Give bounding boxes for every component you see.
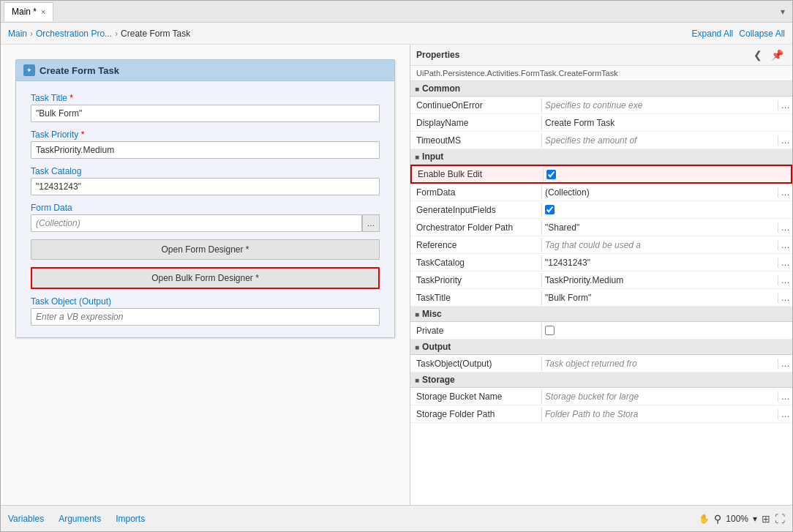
task-catalog-label: Task Catalog <box>31 166 380 176</box>
form-data-field: Form Data … <box>31 203 380 232</box>
task-title-input[interactable] <box>31 105 380 122</box>
prop-row-tasktitle: TaskTitle "Bulk Form" … <box>410 289 792 307</box>
bottom-bar: Variables Arguments Imports ✋ ⚲ 100% ▾ ⊞… <box>1 505 792 531</box>
enablebulkedit-checkbox[interactable] <box>546 170 556 179</box>
hand-icon[interactable]: ✋ <box>699 514 710 524</box>
tab-close-button[interactable]: × <box>41 7 45 16</box>
prop-row-taskobject: TaskObject(Output) Task object returned … <box>410 355 792 372</box>
prop-ellipsis-taskpriority[interactable]: … <box>778 275 792 285</box>
open-form-designer-button[interactable]: Open Form Designer * <box>31 239 380 260</box>
breadcrumb-main[interactable]: Main <box>8 29 27 39</box>
properties-header: Properties ❮ 📌 <box>410 45 792 66</box>
misc-section-header[interactable]: ■ Misc <box>410 307 792 322</box>
input-expand-icon: ■ <box>415 153 419 161</box>
prop-ellipsis-reference[interactable]: … <box>778 240 792 250</box>
prop-ellipsis-taskcatalog[interactable]: … <box>778 258 792 268</box>
properties-panel: Properties ❮ 📌 UiPath.Persistence.Activi… <box>410 45 792 505</box>
prop-value-tasktitle: "Bulk Form" <box>542 290 778 306</box>
collapse-all-button[interactable]: Collapse All <box>739 29 785 39</box>
breadcrumb-sep-2: › <box>115 29 118 39</box>
prop-value-storagefolderpath: Folder Path to the Stora <box>542 406 778 422</box>
prop-name-generateinputfields: GenerateInputFields <box>410 203 542 217</box>
prop-value-formdata: (Collection) <box>542 184 778 201</box>
private-checkbox[interactable] <box>545 326 555 335</box>
prop-value-reference: Tag that could be used a <box>542 237 778 253</box>
prop-value-orchfolderpath: "Shared" <box>542 220 778 236</box>
prop-ellipsis-storagefolderpath[interactable]: … <box>778 409 792 419</box>
activity-icon: ✦ <box>23 64 35 76</box>
task-object-input[interactable] <box>31 308 380 326</box>
breadcrumb-orchestration[interactable]: Orchestration Pro... <box>36 29 112 39</box>
generateinputfields-checkbox[interactable] <box>545 205 555 214</box>
common-section-header[interactable]: ■ Common <box>410 81 792 97</box>
prop-row-formdata: FormData (Collection) … <box>410 184 792 201</box>
prop-ellipsis-storagebucketname[interactable]: … <box>778 391 792 402</box>
prop-row-reference: Reference Tag that could be used a … <box>410 236 792 254</box>
imports-link[interactable]: Imports <box>116 514 145 524</box>
storage-section-label: Storage <box>422 375 455 385</box>
prop-row-taskcatalog: TaskCatalog "12431243" … <box>410 254 792 271</box>
prop-name-private: Private <box>410 323 542 338</box>
prop-value-timeoutms: Specifies the amount of <box>542 132 778 149</box>
misc-section-label: Misc <box>422 309 442 319</box>
activity-card: ✦ Create Form Task Task Title Task Prior… <box>15 59 395 338</box>
variables-link[interactable]: Variables <box>8 514 44 524</box>
prop-ellipsis-tasktitle[interactable]: … <box>778 293 792 303</box>
prop-value-taskpriority: TaskPriority.Medium <box>542 272 778 288</box>
task-priority-label: Task Priority <box>31 130 380 140</box>
prop-row-storagefolderpath: Storage Folder Path Folder Path to the S… <box>410 405 792 423</box>
prop-ellipsis-timeoutms[interactable]: … <box>778 135 792 146</box>
task-priority-input[interactable] <box>31 141 380 159</box>
prop-ellipsis-continueonerror[interactable]: … <box>778 100 792 110</box>
task-title-label: Task Title <box>31 93 380 103</box>
prop-name-storagefolderpath: Storage Folder Path <box>410 407 542 422</box>
output-section-label: Output <box>422 342 451 352</box>
form-data-label: Form Data <box>31 203 380 213</box>
prop-name-orchfolderpath: Orchestrator Folder Path <box>410 220 542 235</box>
output-expand-icon: ■ <box>415 343 419 351</box>
open-bulk-form-designer-button[interactable]: Open Bulk Form Designer * <box>31 267 380 289</box>
prop-ellipsis-orchfolderpath[interactable]: … <box>778 222 792 233</box>
tab-dropdown[interactable]: ▾ <box>776 7 789 17</box>
form-data-ellipsis-button[interactable]: … <box>362 214 380 232</box>
breadcrumb-current: Create Form Task <box>121 29 190 39</box>
fullscreen-icon[interactable]: ⛶ <box>775 513 785 525</box>
output-section-header[interactable]: ■ Output <box>410 340 792 355</box>
activity-header: ✦ Create Form Task <box>16 60 394 81</box>
prop-ellipsis-taskobject[interactable]: … <box>778 359 792 369</box>
prop-name-continueonerror: ContinueOnError <box>410 98 542 113</box>
breadcrumb-bar: Main › Orchestration Pro... › Create For… <box>1 23 792 45</box>
prop-row-timeoutms: TimeoutMS Specifies the amount of … <box>410 132 792 149</box>
form-data-input-group: … <box>31 214 380 232</box>
zoom-level: 100% <box>726 514 748 524</box>
task-priority-field: Task Priority <box>31 130 380 159</box>
prop-row-orchfolderpath: Orchestrator Folder Path "Shared" … <box>410 219 792 236</box>
input-section-header[interactable]: ■ Input <box>410 149 792 165</box>
form-data-input[interactable] <box>31 214 362 232</box>
prop-value-enablebulkedit <box>544 166 791 182</box>
arguments-link[interactable]: Arguments <box>59 514 101 524</box>
bottom-zoom-area: ✋ ⚲ 100% ▾ ⊞ ⛶ <box>699 513 785 525</box>
expand-all-button[interactable]: Expand All <box>692 29 734 39</box>
prop-row-displayname: DisplayName Create Form Task <box>410 114 792 132</box>
prop-row-taskpriority: TaskPriority TaskPriority.Medium … <box>410 271 792 289</box>
prop-ellipsis-formdata[interactable]: … <box>778 187 792 198</box>
prop-name-taskobject: TaskObject(Output) <box>410 356 542 371</box>
properties-chevron-button[interactable]: ❮ <box>751 49 765 61</box>
search-icon[interactable]: ⚲ <box>714 513 721 525</box>
breadcrumb-actions: Expand All Collapse All <box>692 29 785 39</box>
zoom-icons: ⊞ ⛶ <box>762 513 785 525</box>
storage-section-header[interactable]: ■ Storage <box>410 372 792 388</box>
prop-value-generateinputfields <box>542 202 792 218</box>
task-catalog-input[interactable] <box>31 178 380 195</box>
properties-pin-button[interactable]: 📌 <box>768 49 786 61</box>
tab-bar: Main * × ▾ <box>1 1 792 23</box>
prop-row-continueonerror: ContinueOnError Specifies to continue ex… <box>410 97 792 114</box>
activity-body: Task Title Task Priority Task Catalog Fo… <box>16 81 394 337</box>
properties-title: Properties <box>416 50 459 60</box>
main-tab[interactable]: Main * × <box>4 2 53 21</box>
task-object-field: Task Object (Output) <box>31 296 380 326</box>
zoom-dropdown-icon[interactable]: ▾ <box>753 514 757 524</box>
fit-to-screen-icon[interactable]: ⊞ <box>762 513 770 525</box>
prop-value-storagebucketname: Storage bucket for large <box>542 389 778 405</box>
